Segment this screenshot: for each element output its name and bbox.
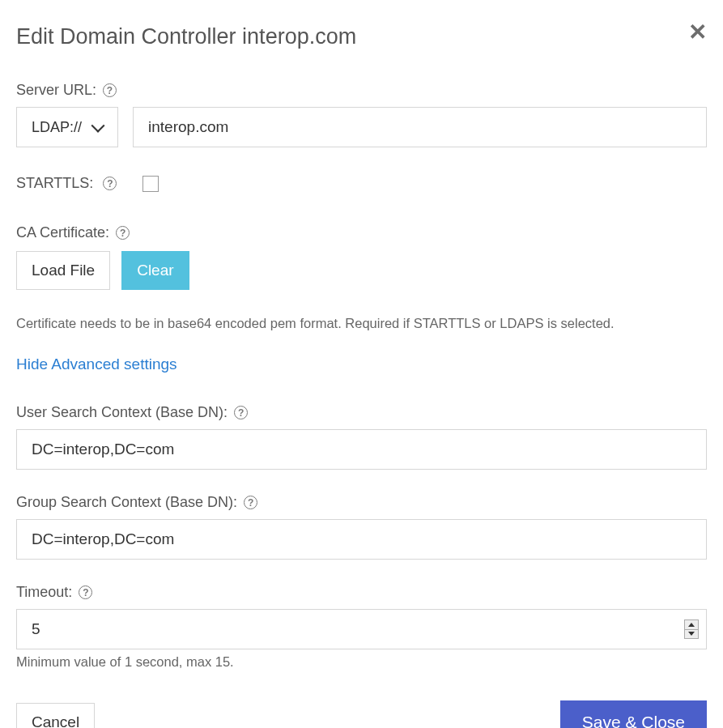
cancel-button[interactable]: Cancel bbox=[16, 703, 95, 728]
starttls-checkbox[interactable] bbox=[142, 176, 159, 192]
help-icon[interactable]: ? bbox=[244, 496, 257, 509]
ca-cert-note: Certificate needs to be in base64 encode… bbox=[16, 316, 707, 331]
clear-button[interactable]: Clear bbox=[121, 251, 189, 290]
help-icon[interactable]: ? bbox=[79, 585, 92, 599]
group-search-label: Group Search Context (Base DN): bbox=[16, 494, 237, 511]
advanced-toggle-link[interactable]: Hide Advanced settings bbox=[16, 355, 177, 373]
arrow-up-icon bbox=[688, 623, 695, 627]
server-url-label: Server URL: bbox=[16, 82, 96, 99]
user-search-label: User Search Context (Base DN): bbox=[16, 404, 228, 421]
dialog-title: Edit Domain Controller interop.com bbox=[16, 24, 356, 49]
chevron-down-icon bbox=[93, 123, 106, 131]
timeout-input[interactable] bbox=[16, 609, 707, 649]
help-icon[interactable]: ? bbox=[103, 83, 117, 97]
starttls-label: STARTTLS: bbox=[16, 175, 93, 192]
number-stepper[interactable] bbox=[684, 619, 699, 639]
scheme-select[interactable]: LDAP:// bbox=[16, 107, 118, 147]
timeout-label: Timeout: bbox=[16, 584, 72, 601]
close-icon[interactable]: ✕ bbox=[688, 21, 707, 44]
server-host-input[interactable] bbox=[133, 107, 707, 147]
user-search-input[interactable] bbox=[16, 429, 707, 470]
group-search-input[interactable] bbox=[16, 519, 707, 560]
help-icon[interactable]: ? bbox=[234, 406, 248, 419]
help-icon[interactable]: ? bbox=[103, 177, 117, 190]
scheme-selected-value: LDAP:// bbox=[32, 119, 82, 136]
help-icon[interactable]: ? bbox=[116, 226, 130, 240]
load-file-button[interactable]: Load File bbox=[16, 251, 110, 290]
step-down-button[interactable] bbox=[685, 630, 698, 639]
ca-cert-label: CA Certificate: bbox=[16, 224, 109, 241]
timeout-note: Minimum value of 1 second, max 15. bbox=[16, 654, 707, 670]
step-up-button[interactable] bbox=[685, 620, 698, 630]
save-close-button[interactable]: Save & Close bbox=[560, 700, 707, 728]
arrow-down-icon bbox=[688, 632, 695, 636]
